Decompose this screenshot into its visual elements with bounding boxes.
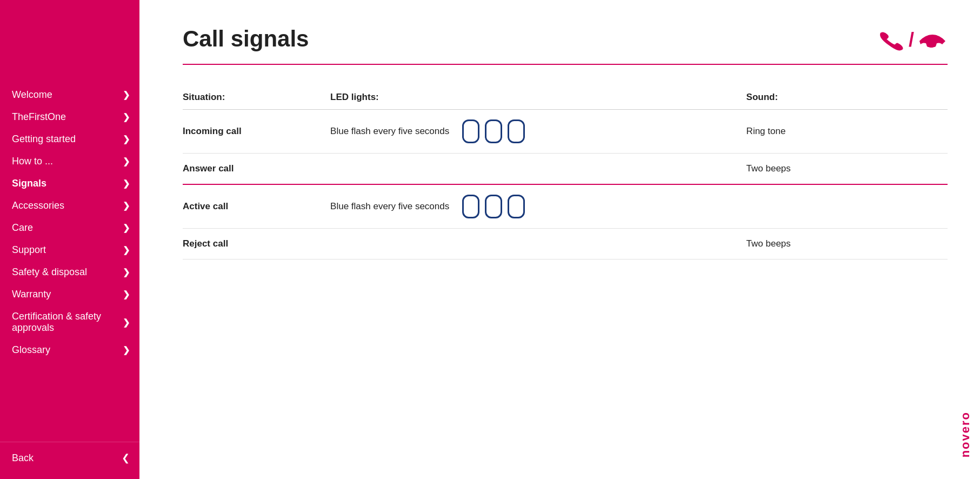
led-dot-3: [508, 119, 525, 143]
table-row: Answer callTwo beeps: [183, 154, 948, 185]
table-row: Active callBlue flash every five seconds: [183, 184, 948, 229]
led-dots: [462, 195, 525, 218]
sidebar-item-care[interactable]: Care ❯: [0, 217, 139, 239]
sidebar-item-label: How to ...: [12, 156, 123, 167]
sidebar-item-welcome[interactable]: Welcome ❯: [0, 84, 139, 106]
phone-icons: /: [877, 26, 948, 54]
sidebar-item-accessories[interactable]: Accessories ❯: [0, 195, 139, 217]
col-header-situation: Situation:: [183, 87, 330, 110]
cell-sound: Two beeps: [746, 229, 948, 260]
col-header-led: LED lights:: [330, 87, 746, 110]
led-text: Blue flash every five seconds: [330, 201, 449, 212]
page-title: Call signals: [183, 26, 309, 52]
sidebar-item-label: Glossary: [12, 344, 123, 356]
table-header-row: Situation: LED lights: Sound:: [183, 87, 948, 110]
sound-label: Ring tone: [746, 126, 786, 136]
back-label: Back: [12, 453, 122, 464]
sound-label: Two beeps: [746, 163, 791, 174]
novero-logo: novero: [958, 411, 972, 457]
led-dots: [462, 119, 525, 143]
sidebar-item-thefirstone[interactable]: TheFirstOne ❯: [0, 106, 139, 128]
cell-sound: Ring tone: [746, 110, 948, 154]
led-dot-2: [485, 195, 502, 218]
led-dot-1: [462, 195, 479, 218]
chevron-right-icon: ❯: [123, 317, 130, 328]
sidebar-item-safety---disposal[interactable]: Safety & disposal ❯: [0, 261, 139, 283]
sidebar-item-label: Safety & disposal: [12, 267, 123, 278]
led-dot-1: [462, 119, 479, 143]
chevron-right-icon: ❯: [123, 134, 130, 144]
sidebar-item-how-to----[interactable]: How to ... ❯: [0, 150, 139, 172]
sidebar-item-label: Signals: [12, 178, 123, 189]
sidebar-nav: Welcome ❯ TheFirstOne ❯ Getting started …: [0, 0, 139, 442]
sidebar-item-label: Certification & safety approvals: [12, 311, 123, 334]
chevron-right-icon: ❯: [123, 156, 130, 167]
sidebar-item-warranty[interactable]: Warranty ❯: [0, 283, 139, 305]
cell-led: Blue flash every five seconds: [330, 184, 746, 229]
situation-label: Answer call: [183, 163, 234, 174]
cell-situation: Reject call: [183, 229, 330, 260]
back-chevron-icon: ❮: [122, 452, 130, 464]
chevron-right-icon: ❯: [123, 267, 130, 277]
situation-label: Incoming call: [183, 126, 242, 136]
situation-label: Reject call: [183, 238, 228, 249]
cell-led: [330, 154, 746, 185]
cell-situation: Active call: [183, 184, 330, 229]
situation-label: Active call: [183, 201, 228, 211]
col-header-sound: Sound:: [746, 87, 948, 110]
sidebar-item-label: Warranty: [12, 289, 123, 300]
chevron-right-icon: ❯: [123, 178, 130, 189]
sidebar-item-label: TheFirstOne: [12, 111, 123, 123]
cell-sound: [746, 184, 948, 229]
cell-led: Blue flash every five seconds: [330, 110, 746, 154]
sidebar: Welcome ❯ TheFirstOne ❯ Getting started …: [0, 0, 139, 479]
sidebar-item-label: Support: [12, 244, 123, 256]
end-phone-icon: [917, 30, 948, 50]
chevron-right-icon: ❯: [123, 345, 130, 355]
sidebar-item-label: Getting started: [12, 134, 123, 145]
chevron-right-icon: ❯: [123, 223, 130, 233]
sidebar-item-glossary[interactable]: Glossary ❯: [0, 339, 139, 361]
cell-led: [330, 229, 746, 260]
chevron-right-icon: ❯: [123, 245, 130, 255]
page-header: Call signals /: [183, 26, 948, 65]
sidebar-bottom: Back ❮: [0, 442, 139, 479]
sidebar-item-label: Accessories: [12, 200, 123, 211]
chevron-right-icon: ❯: [123, 201, 130, 211]
led-text: Blue flash every five seconds: [330, 126, 449, 137]
chevron-right-icon: ❯: [123, 90, 130, 100]
cell-sound: Two beeps: [746, 154, 948, 185]
sidebar-item-certification---safety-approvals[interactable]: Certification & safety approvals ❯: [0, 305, 139, 339]
led-dot-3: [508, 195, 525, 218]
incoming-phone-icon: [877, 26, 905, 54]
cell-situation: Answer call: [183, 154, 330, 185]
chevron-right-icon: ❯: [123, 289, 130, 300]
led-dot-2: [485, 119, 502, 143]
sidebar-item-label: Welcome: [12, 89, 123, 101]
back-button[interactable]: Back ❮: [12, 452, 130, 464]
slash-separator: /: [909, 29, 914, 51]
chevron-right-icon: ❯: [123, 112, 130, 122]
cell-situation: Incoming call: [183, 110, 330, 154]
signals-table: Situation: LED lights: Sound: Incoming c…: [183, 87, 948, 260]
table-row: Reject callTwo beeps: [183, 229, 948, 260]
sidebar-item-getting-started[interactable]: Getting started ❯: [0, 128, 139, 150]
sidebar-item-support[interactable]: Support ❯: [0, 239, 139, 261]
sidebar-item-label: Care: [12, 222, 123, 234]
table-row: Incoming callBlue flash every five secon…: [183, 110, 948, 154]
sound-label: Two beeps: [746, 238, 791, 249]
sidebar-item-signals[interactable]: Signals ❯: [0, 172, 139, 195]
main-content: Call signals / Situation: LED lights: So…: [139, 0, 980, 479]
